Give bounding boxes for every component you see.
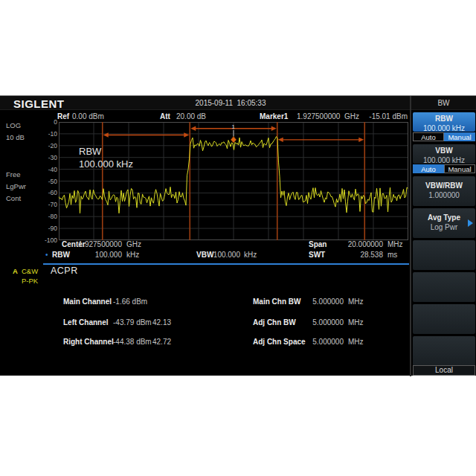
acpr-right-value: -44.38 dBm [113, 338, 152, 346]
acpr-left-label: Left Channel [63, 318, 109, 327]
vbw-auto-manual-toggle: Auto Manual [413, 164, 475, 173]
vbw-auto-option[interactable]: Auto [413, 164, 444, 173]
rbw-coupled-dot: • [45, 251, 48, 259]
acpr-left-ratio: 42.13 [152, 318, 171, 327]
acpr-title: ACPR [51, 266, 78, 276]
avg-label: LgPwr [6, 182, 26, 190]
y-tick-label: -30 [37, 154, 57, 161]
center-unit: GHz [126, 240, 141, 248]
adj-chn-bw-unit: MHz [348, 318, 364, 327]
submenu-arrow-icon [468, 219, 473, 227]
svg-text:1: 1 [232, 123, 236, 130]
marker-amplitude: -15.01 dBm [348, 112, 408, 120]
marker-label: Marker1 [260, 112, 288, 120]
acpr-right-label: Right Channel [63, 338, 114, 346]
att-label: Att [160, 112, 170, 120]
main-chn-bw-label: Main Chn BW [253, 298, 300, 306]
rbw-softkey-title: RBW [413, 115, 475, 123]
trace-letter: A [13, 267, 18, 275]
softkey-vbw-rbw[interactable]: VBW/RBW 1.000000 [413, 176, 475, 206]
vbw-manual-option[interactable]: Manual [444, 164, 475, 173]
trace-mode: C&W [22, 267, 38, 275]
adj-chn-space-unit: MHz [348, 338, 364, 346]
y-tick-label: -20 [37, 142, 57, 149]
rbw-label: RBW [52, 251, 70, 259]
avg-type-value: Log Pwr [413, 223, 475, 231]
att-value: 20.00 dB [176, 112, 206, 120]
vbw-unit: kHz [244, 251, 257, 259]
rbw-unit: kHz [126, 251, 139, 259]
rbw-softkey-value: 100.000 kHz [413, 124, 475, 132]
acpr-left-value: -43.79 dBm [113, 318, 152, 327]
page: SIGLENT 2015-09-11 16:05:33 BW Ref 0.00 … [0, 0, 476, 476]
span-value: 20.000000 [318, 240, 383, 248]
rbw-manual-option[interactable]: Manual [444, 132, 475, 141]
center-value: 1.927500000 [70, 240, 122, 248]
y-tick-label: -80 [37, 213, 57, 220]
adj-chn-space-value: 5.000000 [301, 338, 344, 346]
vbw-softkey-title: VBW [413, 147, 475, 155]
vbw-rbw-value: 1.000000 [413, 191, 475, 199]
softkey-blank-2[interactable] [413, 272, 475, 302]
y-tick-label: -10 [37, 130, 57, 138]
spectrum-plot[interactable]: 1 RBW 100.000 kHz [59, 122, 408, 240]
ref-value: 0.00 dBm [72, 112, 104, 120]
datetime: 2015-09-11 16:05:33 [171, 99, 290, 107]
y-tick-label: 0 [37, 118, 57, 126]
adj-chn-bw-label: Adj Chn BW [253, 318, 296, 327]
swt-unit: ms [387, 251, 397, 259]
softkey-avg-type[interactable]: Avg Type Log Pwr [413, 208, 475, 238]
rbw-auto-manual-toggle: Auto Manual [413, 132, 475, 141]
y-tick-label: -100 [37, 237, 57, 244]
sweep-label: Cont [6, 194, 21, 202]
scale-div-label: 10 dB [6, 133, 25, 141]
softkey-blank-4[interactable] [413, 336, 475, 366]
rbw-auto-option[interactable]: Auto [413, 132, 444, 141]
acpr-main-value: -1.66 dBm [113, 298, 147, 306]
softkey-rbw[interactable]: RBW 100.000 kHz [413, 112, 475, 132]
acpr-right-ratio: 42.72 [152, 338, 171, 346]
sidebar-separator [410, 96, 411, 376]
y-tick-label: -90 [37, 225, 57, 232]
scale-type-label: LOG [6, 121, 21, 129]
spectrum-trace-canvas: 1 [59, 122, 408, 240]
detector-mode: P-PK [22, 277, 38, 285]
rbw-value: 100.000 [70, 251, 122, 259]
rbw-overlay-label: RBW [79, 145, 133, 158]
softkey-blank-3[interactable] [413, 304, 475, 334]
trigger-label: Free [6, 170, 21, 178]
vbw-softkey-value: 100.000 kHz [413, 156, 475, 164]
rbw-overlay-value: 100.000 kHz [79, 158, 133, 170]
y-tick-label: -50 [37, 178, 57, 185]
softkey-vbw[interactable]: VBW 100.000 kHz [413, 144, 475, 164]
span-unit: MHz [387, 240, 403, 248]
rbw-overlay: RBW 100.000 kHz [79, 145, 133, 170]
acpr-main-label: Main Channel [63, 298, 112, 306]
swt-value: 28.538 [318, 251, 383, 259]
y-tick-label: -70 [37, 201, 57, 208]
y-tick-label: -60 [37, 189, 57, 196]
ref-label: Ref [57, 112, 69, 120]
vbw-rbw-title: VBW/RBW [413, 181, 475, 190]
vbw-value: 100.000 [209, 251, 240, 259]
softkey-sidebar: RBW 100.000 kHz Auto Manual VBW 100.000 … [413, 96, 475, 376]
main-chn-bw-value: 5.000000 [301, 298, 344, 306]
y-tick-label: -40 [37, 166, 57, 173]
main-chn-bw-unit: MHz [348, 298, 364, 306]
analyzer-screen: SIGLENT 2015-09-11 16:05:33 BW Ref 0.00 … [0, 95, 476, 376]
adj-chn-space-label: Adj Chn Space [253, 338, 306, 346]
adj-chn-bw-value: 5.000000 [301, 318, 344, 327]
avg-type-title: Avg Type [413, 213, 475, 222]
blue-divider [43, 263, 409, 265]
brand-logo: SIGLENT [13, 97, 65, 110]
softkey-blank-1[interactable] [413, 240, 475, 270]
top-bar: SIGLENT 2015-09-11 16:05:33 BW [0, 96, 476, 110]
local-button[interactable]: Local [413, 365, 475, 376]
